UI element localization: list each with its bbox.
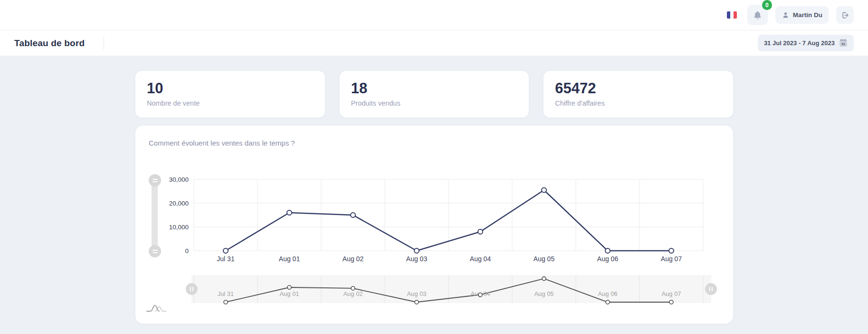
stat-value: 10 <box>147 79 314 97</box>
stat-label: Chiffre d'affaires <box>555 99 722 107</box>
page-title: Tableau de bord <box>14 38 85 49</box>
topbar: 0 Martin Du <box>0 0 868 30</box>
user-menu-button[interactable]: Martin Du <box>775 6 829 24</box>
user-name: Martin Du <box>793 11 822 19</box>
value-axis-zoom-handle-bottom[interactable] <box>149 245 161 257</box>
title-divider <box>104 37 104 50</box>
stat-card-products-sold: 18 Produits vendus <box>340 71 529 118</box>
svg-text:Aug 04: Aug 04 <box>470 255 491 263</box>
navigator-handle-left[interactable] <box>186 283 198 295</box>
dashboard-content: 10 Nombre de vente 18 Produits vendus 65… <box>135 71 733 324</box>
stat-card-sales-count: 10 Nombre de vente <box>135 71 325 118</box>
value-axis-zoom-track[interactable] <box>152 179 158 252</box>
notifications-button[interactable]: 0 <box>747 5 768 25</box>
svg-text:0: 0 <box>185 247 189 255</box>
svg-text:Aug 06: Aug 06 <box>597 255 619 263</box>
sales-over-time-card: Comment évoluent les ventes dans le temp… <box>135 126 733 324</box>
flag-blue-stripe <box>727 11 730 19</box>
calendar-icon: 31 <box>839 39 848 47</box>
svg-text:31: 31 <box>841 42 846 46</box>
stat-card-revenue: 65472 Chiffre d'affaires <box>544 71 733 118</box>
svg-text:30,000: 30,000 <box>169 176 189 183</box>
stat-value: 65472 <box>555 79 722 97</box>
language-flag-button[interactable] <box>727 11 737 19</box>
stat-label: Nombre de vente <box>147 99 314 107</box>
navigator-handle-right[interactable] <box>705 283 717 295</box>
svg-text:Aug 05: Aug 05 <box>534 255 555 263</box>
value-axis-zoom-handle-top[interactable] <box>149 174 161 187</box>
date-range-value: 31 Jul 2023 - 7 Aug 2023 <box>764 39 835 47</box>
flag-red-stripe <box>734 11 737 19</box>
svg-text:Aug 03: Aug 03 <box>406 255 428 263</box>
svg-text:Aug 01: Aug 01 <box>279 255 300 263</box>
user-icon <box>782 11 790 19</box>
sign-out-icon <box>841 11 849 20</box>
stat-label: Produits vendus <box>351 99 518 107</box>
bell-icon <box>753 10 763 20</box>
stat-value: 18 <box>351 79 518 97</box>
svg-text:Aug 02: Aug 02 <box>343 255 364 263</box>
date-range-picker[interactable]: 31 Jul 2023 - 7 Aug 2023 31 <box>758 35 854 51</box>
chart-navigator-range[interactable] <box>191 275 711 303</box>
stats-row: 10 Nombre de vente 18 Produits vendus 65… <box>135 71 733 118</box>
page-header: Tableau de bord 31 Jul 2023 - 7 Aug 2023… <box>0 30 868 56</box>
svg-text:Jul 31: Jul 31 <box>217 255 235 263</box>
svg-text:20,000: 20,000 <box>169 200 189 207</box>
svg-text:10,000: 10,000 <box>169 224 189 231</box>
svg-text:Aug 07: Aug 07 <box>661 255 682 263</box>
logout-button[interactable] <box>836 6 854 24</box>
notification-count-badge: 0 <box>762 0 772 10</box>
amcharts-logo-icon[interactable] <box>146 303 169 314</box>
flag-white-stripe <box>730 11 734 19</box>
